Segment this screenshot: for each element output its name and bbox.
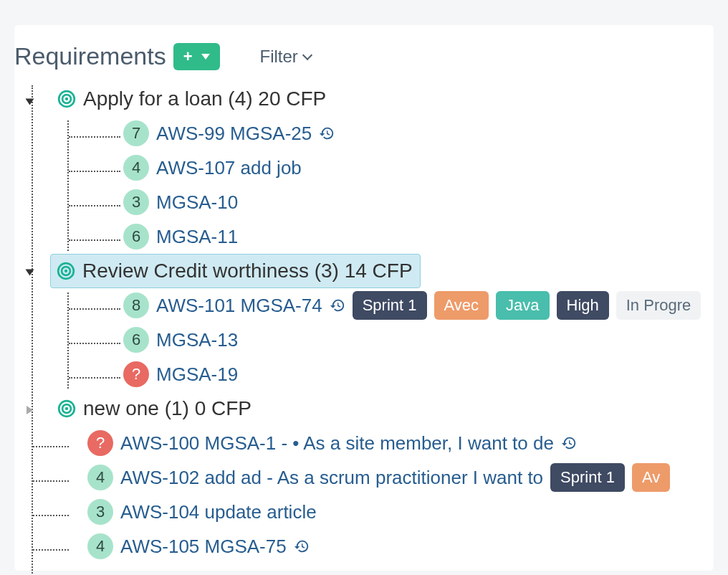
history-icon[interactable] (294, 538, 310, 554)
chevron-down-icon (302, 49, 312, 60)
filter-button[interactable]: Filter (260, 47, 311, 67)
tree-item[interactable]: 7 AWS-99 MGSA-25 (29, 116, 714, 151)
tree-item[interactable]: 4 AWS-105 MGSA-75 (29, 529, 714, 564)
history-icon[interactable] (319, 125, 335, 141)
tag-status[interactable]: In Progre (616, 291, 701, 320)
points-badge: 4 (123, 155, 149, 181)
item-link[interactable]: MGSA-11 (156, 226, 238, 248)
points-badge: 6 (123, 224, 149, 250)
item-link[interactable]: AWS-100 MGSA-1 - • As a site member, I w… (120, 432, 554, 455)
tag-avec[interactable]: Av (632, 463, 670, 492)
target-icon (57, 399, 76, 418)
tree-group[interactable]: Review Credit worthiness (3) 14 CFP (29, 254, 714, 288)
tree-item[interactable]: 4 AWS-102 add ad - As a scrum practition… (29, 460, 714, 495)
chevron-down-icon (201, 54, 210, 60)
group-label: Apply for a loan (4) 20 CFP (83, 87, 326, 110)
tree-item[interactable]: 6 MGSA-11 (29, 219, 714, 254)
tree-item[interactable]: ? AWS-100 MGSA-1 - • As a site member, I… (29, 426, 714, 460)
tree-item[interactable]: 8 AWS-101 MGSA-74 Sprint 1 Avec Java Hig… (29, 288, 714, 323)
item-link[interactable]: AWS-104 update article (120, 501, 317, 523)
tag-priority[interactable]: High (557, 291, 609, 320)
tree-group[interactable]: new one (1) 0 CFP (57, 391, 714, 426)
svg-point-8 (65, 407, 68, 410)
caret-icon[interactable] (26, 270, 34, 276)
points-badge: 3 (87, 499, 113, 525)
item-link[interactable]: MGSA-13 (156, 329, 238, 351)
tree-group[interactable]: Apply for a loan (4) 20 CFP (57, 82, 714, 116)
item-link[interactable]: AWS-102 add ad - As a scrum practitioner… (120, 467, 543, 489)
tag-sprint[interactable]: Sprint 1 (353, 291, 427, 320)
svg-point-5 (64, 270, 67, 272)
add-requirement-button[interactable]: + (173, 43, 220, 70)
tree-item[interactable]: ? MGSA-19 (29, 357, 714, 391)
points-badge: ? (87, 430, 113, 456)
points-badge: 6 (123, 327, 149, 353)
plus-icon: + (183, 49, 193, 65)
points-badge: 3 (123, 189, 149, 215)
group-label: Review Credit worthiness (3) 14 CFP (82, 260, 413, 282)
points-badge: 4 (87, 465, 113, 490)
history-icon[interactable] (330, 298, 345, 313)
page-title: Requirements (14, 42, 166, 70)
tag-avec[interactable]: Avec (434, 291, 489, 320)
item-link[interactable]: MGSA-10 (156, 191, 238, 214)
tag-sprint[interactable]: Sprint 1 (550, 463, 625, 492)
tree-item[interactable]: 3 AWS-104 update article (29, 495, 714, 529)
item-link[interactable]: AWS-107 add job (156, 157, 302, 179)
caret-icon[interactable] (27, 406, 33, 414)
tree-item[interactable]: 6 MGSA-13 (29, 323, 714, 357)
points-badge: ? (123, 361, 149, 387)
svg-point-2 (65, 98, 68, 100)
points-badge: 8 (123, 293, 149, 318)
points-badge: 4 (87, 533, 113, 559)
history-icon[interactable] (561, 435, 577, 451)
requirements-tree: Apply for a loan (4) 20 CFP 7 AWS-99 MGS… (14, 82, 714, 564)
tree-item[interactable]: 3 MGSA-10 (29, 185, 714, 219)
target-icon (57, 90, 76, 108)
item-link[interactable]: MGSA-19 (156, 363, 238, 386)
points-badge: 7 (123, 120, 149, 146)
caret-icon[interactable] (26, 99, 34, 105)
group-label: new one (1) 0 CFP (83, 397, 252, 420)
tree-item[interactable]: 4 AWS-107 add job (29, 151, 714, 185)
item-link[interactable]: AWS-101 MGSA-74 (156, 295, 322, 317)
item-link[interactable]: AWS-99 MGSA-25 (156, 123, 312, 145)
tag-java[interactable]: Java (496, 291, 549, 320)
filter-label: Filter (260, 47, 298, 67)
item-link[interactable]: AWS-105 MGSA-75 (120, 536, 287, 558)
target-icon (57, 262, 75, 280)
